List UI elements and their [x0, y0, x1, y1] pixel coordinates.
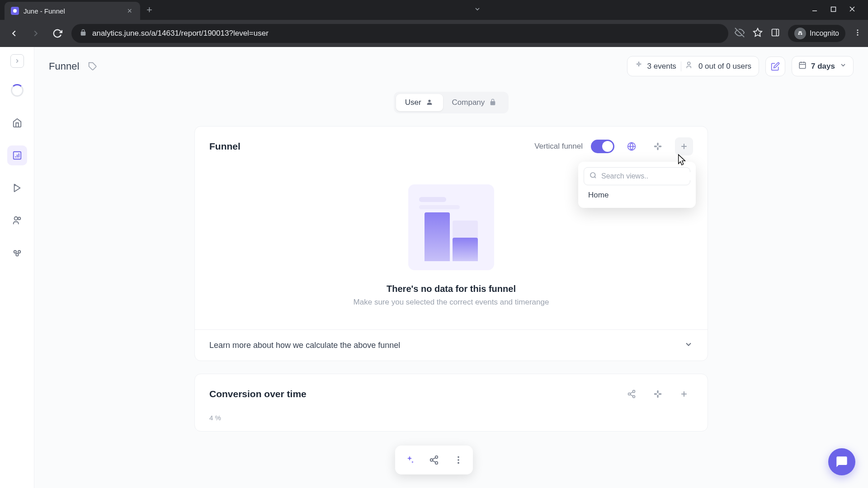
svg-point-11 — [857, 29, 859, 31]
app-root: Funnel 3 events 0 out of 0 users 7 days — [0, 47, 868, 488]
conversion-card-title: Conversion over time — [209, 389, 307, 399]
svg-line-51 — [433, 460, 435, 462]
minimize-icon[interactable] — [811, 6, 818, 14]
page-title: Funnel — [49, 61, 79, 72]
events-users-pill[interactable]: 3 events 0 out of 0 users — [627, 56, 759, 76]
header-controls: 3 events 0 out of 0 users 7 days — [627, 56, 854, 76]
add-view-button[interactable] — [675, 137, 693, 155]
svg-point-12 — [857, 32, 859, 33]
svg-point-16 — [14, 217, 17, 220]
eye-off-icon[interactable] — [735, 28, 745, 39]
tab-bar: June - Funnel × + — [0, 0, 868, 20]
more-button[interactable] — [448, 449, 469, 471]
edit-button[interactable] — [765, 56, 785, 76]
svg-point-10 — [801, 33, 802, 35]
svg-rect-7 — [772, 29, 779, 36]
conversion-chart: 4 % — [195, 414, 708, 431]
svg-point-48 — [435, 456, 438, 459]
chevron-down-icon — [684, 340, 693, 351]
vertical-funnel-toggle[interactable] — [591, 140, 614, 153]
lock-icon — [489, 99, 497, 107]
sidebar-item-home[interactable] — [7, 113, 27, 133]
view-option-home[interactable]: Home — [584, 185, 690, 202]
user-icon — [426, 99, 434, 107]
segment-company[interactable]: Company — [443, 94, 507, 111]
tabs-chevron-icon[interactable] — [474, 5, 481, 14]
svg-rect-43 — [657, 395, 658, 398]
users-count: 0 out of 0 users — [698, 62, 751, 71]
empty-subtitle: Make sure you selected the correct event… — [354, 298, 549, 307]
svg-line-52 — [433, 458, 435, 460]
date-range-picker[interactable]: 7 days — [792, 56, 854, 76]
reload-button[interactable] — [50, 26, 65, 41]
learn-more-text: Learn more about how we calculate the ab… — [209, 341, 400, 350]
svg-point-17 — [18, 217, 20, 220]
svg-rect-22 — [799, 62, 806, 69]
close-icon[interactable]: × — [125, 6, 134, 16]
incognito-label: Incognito — [810, 29, 839, 38]
calendar-icon — [798, 61, 807, 71]
sidebar-item-events[interactable] — [7, 178, 27, 198]
events-count: 3 events — [647, 62, 676, 71]
svg-rect-31 — [654, 145, 657, 147]
funnel-card-actions: Vertical funnel — [534, 137, 693, 155]
conversion-card-header: Conversion over time — [195, 374, 708, 414]
maximize-icon[interactable] — [830, 6, 836, 14]
url-text: analytics.june.so/a/14631/report/190013?… — [92, 29, 269, 38]
ai-button[interactable] — [399, 449, 420, 471]
svg-rect-2 — [831, 7, 835, 12]
share-icon[interactable] — [623, 385, 641, 403]
svg-rect-29 — [657, 143, 658, 146]
funnel-illustration — [408, 184, 494, 270]
panel-icon[interactable] — [771, 28, 780, 39]
plus-icon[interactable] — [675, 385, 693, 403]
forward-button[interactable] — [28, 26, 43, 41]
tab-title: June - Funnel — [24, 7, 125, 15]
browser-chrome: June - Funnel × + analytics.june.so/a/14… — [0, 0, 868, 47]
kebab-icon[interactable] — [854, 28, 862, 38]
incognito-indicator[interactable]: Incognito — [788, 25, 845, 42]
learn-more-row[interactable]: Learn more about how we calculate the ab… — [195, 329, 708, 361]
segment-user[interactable]: User — [396, 94, 443, 111]
share-button[interactable] — [423, 449, 445, 471]
svg-point-15 — [14, 185, 15, 186]
sidebar-item-reports[interactable] — [7, 145, 27, 165]
new-tab-button[interactable]: + — [146, 4, 152, 16]
date-label: 7 days — [811, 62, 835, 71]
segment-user-label: User — [405, 98, 421, 107]
svg-point-49 — [430, 459, 433, 461]
back-button[interactable] — [6, 26, 22, 41]
sparkle-icon — [635, 61, 643, 71]
svg-marker-6 — [754, 28, 762, 36]
star-icon[interactable] — [753, 28, 763, 39]
level-segmented: User Company — [34, 92, 868, 113]
svg-point-35 — [590, 173, 595, 178]
y-axis-label: 4 % — [209, 414, 221, 422]
tab-favicon — [11, 7, 19, 15]
svg-point-39 — [633, 395, 635, 398]
browser-tab[interactable]: June - Funnel × — [5, 2, 140, 20]
tag-icon[interactable] — [86, 60, 99, 73]
empty-title: There's no data for this funnel — [387, 284, 516, 294]
sidebar-toggle[interactable] — [10, 54, 24, 68]
svg-rect-45 — [659, 393, 662, 394]
window-close-icon[interactable] — [849, 6, 855, 14]
sidebar-item-users[interactable] — [7, 211, 27, 230]
chevron-down-icon — [840, 61, 847, 71]
chat-bubble[interactable] — [828, 448, 855, 475]
svg-point-38 — [628, 393, 631, 395]
nav-right: Incognito — [735, 25, 862, 42]
slack-icon[interactable] — [649, 137, 667, 155]
views-search-input[interactable] — [601, 172, 692, 180]
funnel-card: Funnel Vertical funnel Home — [194, 126, 708, 361]
views-search[interactable] — [584, 167, 690, 185]
nav-bar: analytics.june.so/a/14631/report/190013?… — [0, 20, 868, 47]
slack-icon[interactable] — [649, 385, 667, 403]
svg-point-20 — [16, 253, 19, 256]
funnel-card-title: Funnel — [209, 141, 241, 152]
svg-point-37 — [633, 390, 635, 393]
views-popup: Home — [578, 162, 696, 208]
sidebar-item-companies[interactable] — [7, 243, 27, 263]
globe-icon[interactable] — [623, 137, 641, 155]
address-bar[interactable]: analytics.june.so/a/14631/report/190013?… — [71, 24, 728, 43]
